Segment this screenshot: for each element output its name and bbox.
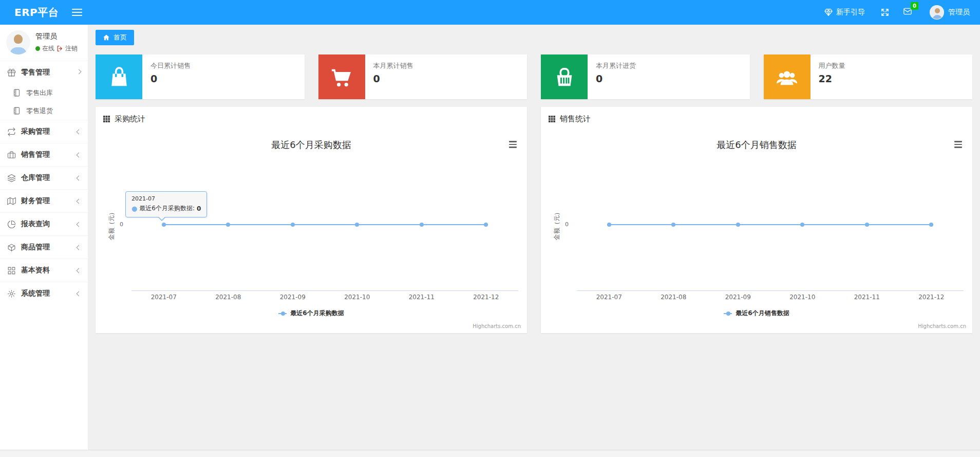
stat-value: 0 [373,73,413,84]
series-markers[interactable] [577,223,964,227]
stat-label: 本月累计销售 [373,61,413,70]
legend-marker-icon [278,313,287,314]
home-icon [103,34,110,41]
sidebar-item-retail-return[interactable]: 零售退货 [0,102,88,120]
chevron-left-icon [77,175,82,180]
stat-card-today-sales[interactable]: 今日累计销售 0 [96,54,305,99]
page-footer [0,450,980,457]
sidebar-item-warehouse-management[interactable]: 仓库管理 [0,166,88,189]
user-avatar[interactable] [6,30,30,54]
stat-cards-row: 今日累计销售 0 本月累计销售 0 [96,54,972,99]
stat-label: 今日累计销售 [150,61,191,70]
package-icon [7,243,16,252]
tooltip-value: 0 [197,205,201,212]
x-axis-line [131,290,518,291]
grid-icon [7,266,16,275]
cart-icon [330,65,353,89]
sidebar-item-system-management[interactable]: 系统管理 [0,282,88,305]
y-axis-title: 金额（元） [107,209,116,240]
sidebar: 管理员 在线 注销 零售管理 零售出库 零售退货 采 [0,25,88,450]
pie-chart-icon [7,220,16,229]
gear-icon [7,289,16,298]
stat-card-user-count[interactable]: 用户数量 22 [764,54,973,99]
chevron-left-icon [77,222,82,227]
stat-card-month-sales[interactable]: 本月累计销售 0 [318,54,527,99]
grid-dots-icon [103,116,110,122]
newbie-guide-button[interactable]: 新手引导 [824,8,865,17]
chevron-left-icon [77,291,82,296]
y-axis-tick: 0 [115,221,123,228]
purchase-stats-panel: 采购统计 最近6个月采购数据 金额（元） 0 2021-07 2021-08 2 [96,107,527,333]
sales-chart: 最近6个月销售数据 金额（元） 0 2021-07 2021-08 2021-0… [541,131,972,333]
journal-icon [12,88,21,97]
sidebar-item-sales-management[interactable]: 销售管理 [0,143,88,166]
x-axis-line [577,290,964,291]
tooltip-series-dot: ● [131,205,137,212]
legend-item[interactable]: 最近6个月销售数据 [724,309,789,318]
gift-icon [7,68,16,77]
main-content: 首页 今日累计销售 0 [88,25,980,450]
sidebar-item-report-query[interactable]: 报表查询 [0,212,88,235]
stat-label: 本月累计进货 [596,61,636,70]
fullscreen-button[interactable] [880,8,890,17]
users-icon [775,65,799,89]
purchase-chart: 最近6个月采购数据 金额（元） 0 2021-07 2021-08 2021-0… [96,131,527,333]
chart-tooltip: 2021-07 ● 最近6个月采购数据: 0 [125,191,207,217]
online-status-label: 在线 [42,44,54,53]
logout-icon [56,45,63,52]
messages-button[interactable]: 0 [903,7,912,18]
legend-item[interactable]: 最近6个月采购数据 [278,309,344,318]
chevron-left-icon [77,129,82,134]
tab-bar: 首页 [88,25,980,45]
y-axis-tick: 0 [560,221,569,228]
map-icon [7,197,16,206]
panel-title: 采购统计 [115,114,145,124]
stat-value: 22 [819,73,845,84]
tooltip-date: 2021-07 [131,195,201,202]
stat-value: 0 [596,73,636,84]
online-status-dot [35,46,40,51]
chevron-left-icon [77,245,82,250]
sidebar-item-finance-management[interactable]: 财务管理 [0,189,88,212]
sidebar-item-basic-data[interactable]: 基本资料 [0,259,88,282]
stat-label: 用户数量 [819,61,845,70]
top-navbar: ERP平台 新手引导 0 管理员 [0,0,980,25]
chevron-down-icon [77,69,82,75]
highcharts-credits[interactable]: Highcharts.com.cn [473,323,521,329]
sidebar-item-purchase-management[interactable]: 采购管理 [0,120,88,143]
logout-button[interactable]: 注销 [65,44,78,53]
gem-icon [824,8,833,17]
panel-title: 销售统计 [560,114,591,124]
tooltip-series-label: 最近6个月采购数据: [139,204,195,213]
highcharts-credits[interactable]: Highcharts.com.cn [918,323,966,329]
sidebar-item-product-management[interactable]: 商品管理 [0,235,88,259]
sidebar-item-retail-management[interactable]: 零售管理 [0,61,88,84]
series-markers[interactable] [131,223,518,227]
chevron-left-icon [77,152,82,157]
x-axis-labels: 2021-07 2021-08 2021-09 2021-10 2021-11 … [577,294,964,301]
stat-value: 0 [150,73,191,84]
chevron-left-icon [77,198,82,204]
user-profile: 管理员 在线 注销 [0,25,88,61]
layers-icon [7,174,16,182]
navbar-avatar[interactable] [930,5,944,20]
shopping-bag-icon [107,65,131,89]
menu-toggle-icon[interactable] [72,7,82,18]
sidebar-item-retail-outbound[interactable]: 零售出库 [0,84,88,102]
basket-icon [553,65,576,89]
chart-panels-row: 采购统计 最近6个月采购数据 金额（元） 0 2021-07 2021-08 2 [96,107,972,333]
tab-home[interactable]: 首页 [96,30,134,45]
profile-name: 管理员 [35,32,78,41]
navbar-username[interactable]: 管理员 [948,8,970,17]
sidebar-menu: 零售管理 零售出库 零售退货 采购管理 销售管理 仓库管理 财务管理 [0,61,88,305]
guide-label: 新手引导 [836,8,865,17]
stat-card-month-purchase[interactable]: 本月累计进货 0 [541,54,750,99]
y-axis-title: 金额（元） [553,209,561,240]
sales-stats-panel: 销售统计 最近6个月销售数据 金额（元） 0 2021-07 2021-08 2 [541,107,972,333]
grid-dots-icon [549,116,555,122]
message-count-badge: 0 [911,2,918,10]
repeat-icon [7,127,16,136]
x-axis-labels: 2021-07 2021-08 2021-09 2021-10 2021-11 … [131,294,518,301]
chevron-left-icon [77,268,82,273]
legend-marker-icon [724,313,732,314]
